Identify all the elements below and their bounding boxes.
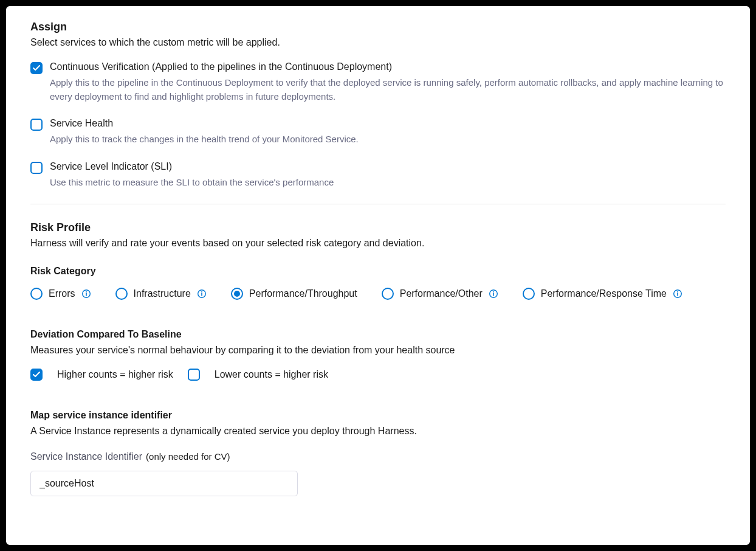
check-icon: [33, 64, 40, 72]
map-instance-subtitle: A Service Instance represents a dynamica…: [30, 426, 726, 437]
info-icon[interactable]: [673, 289, 682, 299]
deviation-label-lower: Lower counts = higher risk: [215, 369, 328, 380]
radio-infrastructure[interactable]: Infrastructure: [115, 288, 207, 300]
svg-point-7: [493, 291, 494, 293]
radio-label-infrastructure: Infrastructure: [134, 288, 191, 299]
svg-point-4: [201, 291, 202, 293]
check-icon: [33, 371, 40, 378]
info-icon[interactable]: [81, 289, 91, 299]
option-label-sli: Service Level Indicator (SLI): [50, 161, 726, 172]
assign-option-sli: Service Level Indicator (SLI) Use this m…: [30, 161, 726, 190]
radio-label-errors: Errors: [49, 288, 75, 299]
deviation-desc: Measures your service's normal behaviour…: [30, 345, 726, 356]
risk-category-radios: Errors Infrastructure Performance/Throug…: [30, 288, 726, 300]
assign-option-cv: Continuous Verification (Applied to the …: [30, 61, 726, 103]
instance-field-label: Service Instance Identifier: [30, 451, 142, 462]
option-label-health: Service Health: [50, 118, 726, 129]
instance-field-hint: (only needed for CV): [146, 451, 230, 462]
radio-label-response-time: Performance/Response Time: [541, 288, 667, 299]
radio-input-response-time[interactable]: [523, 288, 535, 300]
radio-other[interactable]: Performance/Other: [382, 288, 498, 300]
divider: [30, 204, 726, 204]
radio-input-infrastructure[interactable]: [115, 288, 128, 300]
option-desc-sli: Use this metric to measure the SLI to ob…: [50, 176, 726, 190]
radio-label-throughput: Performance/Throughput: [249, 288, 357, 299]
radio-errors[interactable]: Errors: [30, 288, 91, 300]
radio-input-errors[interactable]: [30, 288, 43, 300]
deviation-label-higher: Higher counts = higher risk: [57, 369, 173, 380]
radio-input-throughput[interactable]: [231, 288, 243, 300]
svg-point-1: [86, 291, 87, 293]
instance-identifier-input[interactable]: [30, 471, 298, 496]
radio-throughput[interactable]: Performance/Throughput: [231, 288, 357, 300]
deviation-options: Higher counts = higher risk Lower counts…: [30, 368, 726, 381]
checkbox-health[interactable]: [30, 119, 43, 131]
checkbox-cv[interactable]: [30, 62, 43, 74]
svg-rect-5: [201, 293, 202, 296]
deviation-option-higher: Higher counts = higher risk: [30, 368, 173, 381]
risk-profile-subtitle: Harness will verify and rate your events…: [30, 238, 726, 249]
svg-rect-11: [677, 293, 678, 296]
svg-rect-2: [86, 293, 87, 296]
info-icon[interactable]: [197, 289, 207, 299]
radio-label-other: Performance/Other: [400, 288, 483, 299]
assign-title: Assign: [30, 21, 726, 33]
deviation-option-lower: Lower counts = higher risk: [188, 368, 328, 381]
checkbox-higher[interactable]: [30, 369, 43, 381]
radio-input-other[interactable]: [382, 288, 394, 300]
map-instance-title: Map service instance identifier: [30, 410, 726, 421]
assign-subtitle: Select services to which the custom metr…: [30, 37, 726, 48]
info-icon[interactable]: [489, 289, 498, 299]
radio-response-time[interactable]: Performance/Response Time: [523, 288, 682, 300]
risk-profile-title: Risk Profile: [30, 221, 726, 234]
svg-point-10: [677, 291, 678, 293]
option-label-cv: Continuous Verification (Applied to the …: [50, 61, 726, 72]
option-desc-health: Apply this to track the changes in the h…: [50, 133, 726, 147]
deviation-heading: Deviation Compared To Baseline: [30, 329, 726, 340]
assign-option-health: Service Health Apply this to track the c…: [30, 118, 726, 147]
option-desc-cv: Apply this to the pipeline in the Contin…: [50, 76, 726, 103]
checkbox-lower[interactable]: [188, 369, 200, 381]
risk-category-heading: Risk Category: [30, 266, 726, 277]
checkbox-sli[interactable]: [30, 162, 43, 174]
svg-rect-8: [493, 293, 494, 296]
